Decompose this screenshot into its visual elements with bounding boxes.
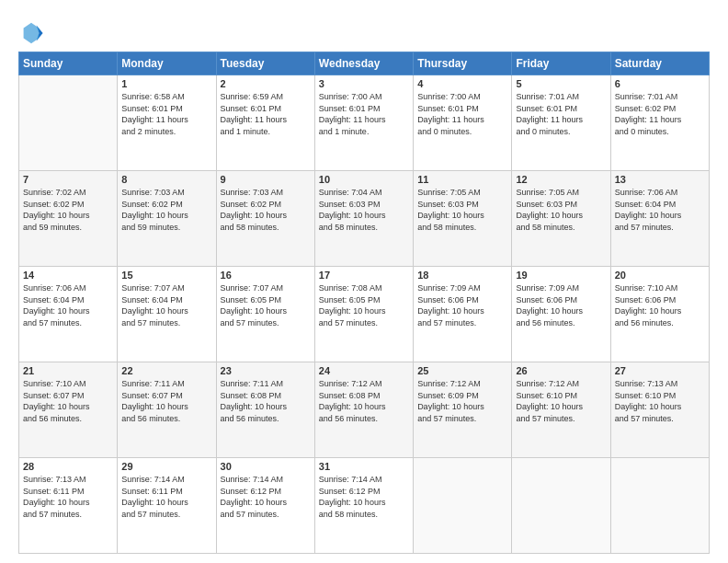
day-number: 19 — [516, 270, 606, 281]
day-info: Sunrise: 7:00 AM Sunset: 6:01 PM Dayligh… — [417, 91, 507, 137]
day-number: 21 — [23, 365, 113, 376]
calendar-cell: 6Sunrise: 7:01 AM Sunset: 6:02 PM Daylig… — [610, 75, 709, 171]
calendar-cell: 12Sunrise: 7:05 AM Sunset: 6:03 PM Dayli… — [512, 171, 610, 267]
day-number: 2 — [221, 78, 311, 89]
calendar-cell — [512, 458, 610, 554]
day-number: 17 — [319, 270, 409, 281]
day-number: 29 — [121, 461, 211, 472]
day-info: Sunrise: 7:14 AM Sunset: 6:12 PM Dayligh… — [319, 474, 409, 520]
calendar-cell: 10Sunrise: 7:04 AM Sunset: 6:03 PM Dayli… — [314, 171, 413, 267]
day-info: Sunrise: 7:12 AM Sunset: 6:08 PM Dayligh… — [319, 378, 409, 424]
day-number: 25 — [417, 365, 507, 376]
calendar-week-row: 7Sunrise: 7:02 AM Sunset: 6:02 PM Daylig… — [19, 171, 710, 267]
calendar-cell: 25Sunrise: 7:12 AM Sunset: 6:09 PM Dayli… — [414, 362, 512, 458]
day-info: Sunrise: 7:09 AM Sunset: 6:06 PM Dayligh… — [516, 282, 606, 328]
day-number: 7 — [23, 174, 113, 185]
day-number: 28 — [23, 461, 113, 472]
day-info: Sunrise: 7:04 AM Sunset: 6:03 PM Dayligh… — [319, 187, 409, 233]
calendar-cell: 17Sunrise: 7:08 AM Sunset: 6:05 PM Dayli… — [314, 267, 413, 362]
calendar-cell: 11Sunrise: 7:05 AM Sunset: 6:03 PM Dayli… — [414, 171, 512, 267]
day-info: Sunrise: 7:08 AM Sunset: 6:05 PM Dayligh… — [319, 282, 409, 328]
calendar-cell: 2Sunrise: 6:59 AM Sunset: 6:01 PM Daylig… — [216, 75, 314, 171]
calendar-cell: 7Sunrise: 7:02 AM Sunset: 6:02 PM Daylig… — [19, 171, 118, 267]
weekday-header-thursday: Thursday — [414, 52, 512, 75]
day-info: Sunrise: 7:01 AM Sunset: 6:01 PM Dayligh… — [516, 91, 606, 137]
calendar-cell: 8Sunrise: 7:03 AM Sunset: 6:02 PM Daylig… — [118, 171, 216, 267]
day-number: 24 — [319, 365, 409, 376]
calendar-cell: 28Sunrise: 7:13 AM Sunset: 6:11 PM Dayli… — [19, 458, 118, 554]
calendar-week-row: 14Sunrise: 7:06 AM Sunset: 6:04 PM Dayli… — [19, 267, 710, 362]
day-info: Sunrise: 7:05 AM Sunset: 6:03 PM Dayligh… — [417, 187, 507, 233]
calendar-cell — [414, 458, 512, 554]
day-info: Sunrise: 7:11 AM Sunset: 6:08 PM Dayligh… — [221, 378, 311, 424]
weekday-header-saturday: Saturday — [610, 52, 709, 75]
day-info: Sunrise: 6:59 AM Sunset: 6:01 PM Dayligh… — [221, 91, 311, 137]
calendar-cell — [610, 458, 709, 554]
day-info: Sunrise: 7:10 AM Sunset: 6:06 PM Dayligh… — [615, 282, 705, 328]
day-number: 9 — [221, 174, 311, 185]
day-info: Sunrise: 7:01 AM Sunset: 6:02 PM Dayligh… — [615, 91, 705, 137]
calendar-cell: 21Sunrise: 7:10 AM Sunset: 6:07 PM Dayli… — [19, 362, 118, 458]
day-number: 27 — [615, 365, 705, 376]
day-info: Sunrise: 7:09 AM Sunset: 6:06 PM Dayligh… — [417, 282, 507, 328]
weekday-header-tuesday: Tuesday — [216, 52, 314, 75]
calendar-week-row: 21Sunrise: 7:10 AM Sunset: 6:07 PM Dayli… — [19, 362, 710, 458]
calendar-cell: 15Sunrise: 7:07 AM Sunset: 6:04 PM Dayli… — [118, 267, 216, 362]
day-info: Sunrise: 7:13 AM Sunset: 6:11 PM Dayligh… — [23, 474, 113, 520]
calendar-week-row: 1Sunrise: 6:58 AM Sunset: 6:01 PM Daylig… — [19, 75, 710, 171]
calendar-cell: 23Sunrise: 7:11 AM Sunset: 6:08 PM Dayli… — [216, 362, 314, 458]
calendar-cell: 16Sunrise: 7:07 AM Sunset: 6:05 PM Dayli… — [216, 267, 314, 362]
day-info: Sunrise: 7:03 AM Sunset: 6:02 PM Dayligh… — [121, 187, 211, 233]
day-number: 12 — [516, 174, 606, 185]
day-number: 23 — [221, 365, 311, 376]
calendar-cell: 30Sunrise: 7:14 AM Sunset: 6:12 PM Dayli… — [216, 458, 314, 554]
day-number: 30 — [221, 461, 311, 472]
day-number: 31 — [319, 461, 409, 472]
day-number: 6 — [615, 78, 705, 89]
day-info: Sunrise: 7:12 AM Sunset: 6:09 PM Dayligh… — [417, 378, 507, 424]
calendar-cell — [19, 75, 118, 171]
calendar-cell: 13Sunrise: 7:06 AM Sunset: 6:04 PM Dayli… — [610, 171, 709, 267]
day-number: 1 — [121, 78, 211, 89]
day-info: Sunrise: 7:14 AM Sunset: 6:11 PM Dayligh… — [121, 474, 211, 520]
day-number: 3 — [319, 78, 409, 89]
day-info: Sunrise: 7:06 AM Sunset: 6:04 PM Dayligh… — [23, 282, 113, 328]
day-number: 8 — [121, 174, 211, 185]
day-number: 26 — [516, 365, 606, 376]
day-number: 18 — [417, 270, 507, 281]
day-number: 11 — [417, 174, 507, 185]
calendar-week-row: 28Sunrise: 7:13 AM Sunset: 6:11 PM Dayli… — [19, 458, 710, 554]
calendar-cell: 19Sunrise: 7:09 AM Sunset: 6:06 PM Dayli… — [512, 267, 610, 362]
weekday-header-friday: Friday — [512, 52, 610, 75]
day-info: Sunrise: 7:14 AM Sunset: 6:12 PM Dayligh… — [221, 474, 311, 520]
day-info: Sunrise: 7:02 AM Sunset: 6:02 PM Dayligh… — [23, 187, 113, 233]
calendar-cell: 14Sunrise: 7:06 AM Sunset: 6:04 PM Dayli… — [19, 267, 118, 362]
day-info: Sunrise: 7:12 AM Sunset: 6:10 PM Dayligh… — [516, 378, 606, 424]
day-number: 16 — [221, 270, 311, 281]
day-number: 15 — [121, 270, 211, 281]
calendar-header-row: SundayMondayTuesdayWednesdayThursdayFrid… — [19, 52, 710, 75]
day-info: Sunrise: 7:00 AM Sunset: 6:01 PM Dayligh… — [319, 91, 409, 137]
day-number: 5 — [516, 78, 606, 89]
calendar-cell: 31Sunrise: 7:14 AM Sunset: 6:12 PM Dayli… — [314, 458, 413, 554]
day-info: Sunrise: 7:11 AM Sunset: 6:07 PM Dayligh… — [121, 378, 211, 424]
calendar-cell: 26Sunrise: 7:12 AM Sunset: 6:10 PM Dayli… — [512, 362, 610, 458]
calendar-cell: 20Sunrise: 7:10 AM Sunset: 6:06 PM Dayli… — [610, 267, 709, 362]
header — [18, 17, 710, 46]
weekday-header-wednesday: Wednesday — [314, 52, 413, 75]
day-number: 20 — [615, 270, 705, 281]
day-info: Sunrise: 7:07 AM Sunset: 6:04 PM Dayligh… — [121, 282, 211, 328]
day-number: 10 — [319, 174, 409, 185]
calendar-cell: 24Sunrise: 7:12 AM Sunset: 6:08 PM Dayli… — [314, 362, 413, 458]
calendar-cell: 5Sunrise: 7:01 AM Sunset: 6:01 PM Daylig… — [512, 75, 610, 171]
day-info: Sunrise: 7:03 AM Sunset: 6:02 PM Dayligh… — [221, 187, 311, 233]
weekday-header-sunday: Sunday — [19, 52, 118, 75]
calendar-cell: 29Sunrise: 7:14 AM Sunset: 6:11 PM Dayli… — [118, 458, 216, 554]
calendar-cell: 22Sunrise: 7:11 AM Sunset: 6:07 PM Dayli… — [118, 362, 216, 458]
day-number: 22 — [121, 365, 211, 376]
calendar-cell: 27Sunrise: 7:13 AM Sunset: 6:10 PM Dayli… — [610, 362, 709, 458]
day-number: 4 — [417, 78, 507, 89]
calendar-cell: 4Sunrise: 7:00 AM Sunset: 6:01 PM Daylig… — [414, 75, 512, 171]
calendar-cell: 1Sunrise: 6:58 AM Sunset: 6:01 PM Daylig… — [118, 75, 216, 171]
day-info: Sunrise: 7:05 AM Sunset: 6:03 PM Dayligh… — [516, 187, 606, 233]
